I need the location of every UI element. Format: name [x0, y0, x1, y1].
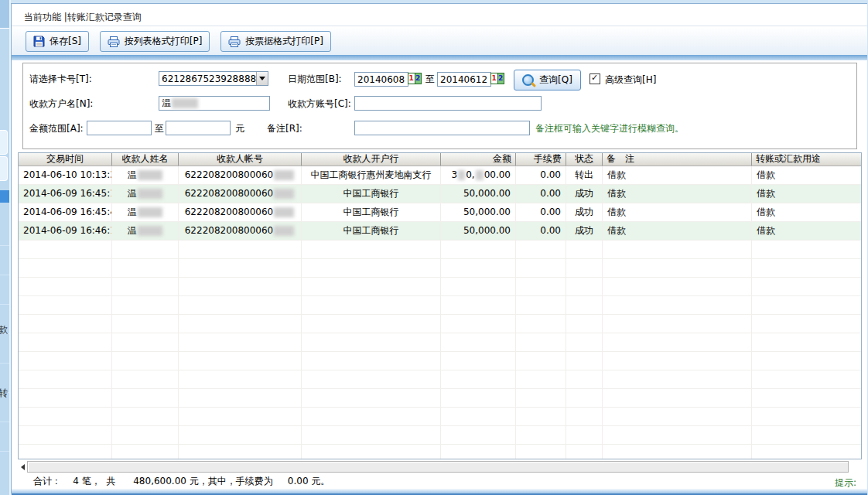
column-header-bank[interactable]: 收款人开户行 [302, 153, 441, 166]
yuan-label: 元 [235, 122, 244, 135]
table-row[interactable] [19, 408, 861, 426]
cell-time [19, 296, 112, 314]
cell-time [19, 315, 112, 333]
table-row[interactable] [19, 333, 861, 352]
cell-purpose [752, 259, 861, 277]
cell-name [112, 370, 179, 388]
cell-name [112, 296, 179, 314]
date-to-input[interactable] [437, 72, 491, 87]
cell-fee [516, 241, 566, 258]
sidebar-tab-edge[interactable] [0, 156, 8, 181]
column-header-status[interactable]: 状态 [566, 153, 603, 166]
calendar-icon[interactable]: 12 [490, 73, 504, 84]
advanced-query-checkbox[interactable] [589, 73, 600, 84]
cell-name [112, 408, 179, 425]
cell-bank [302, 352, 441, 370]
cell-name [112, 445, 179, 459]
date-from-input[interactable] [354, 72, 408, 87]
cell-name [112, 315, 179, 333]
cell-bank: 中国工商银行惠州麦地南支行 [302, 166, 441, 184]
table-row[interactable] [19, 296, 861, 315]
amount-from-input[interactable] [87, 121, 152, 135]
table-row[interactable] [19, 389, 861, 408]
table-row[interactable] [19, 352, 861, 370]
cell-account [179, 278, 302, 295]
cell-remark: 借款 [603, 166, 752, 184]
remark-input[interactable] [354, 121, 530, 135]
payee-account-label: 收款方账号[C]: [288, 97, 351, 111]
card-number-label: 请选择卡号[T]: [29, 73, 92, 86]
cell-name: 温 [112, 203, 179, 221]
cell-fee: 0.00 [516, 185, 566, 203]
cell-name [112, 333, 179, 351]
table-row[interactable] [19, 426, 861, 445]
column-header-time[interactable]: 交易时间 [19, 153, 112, 166]
table-row[interactable] [19, 259, 861, 278]
print-list-button[interactable]: 按列表格式打印[P] [100, 31, 210, 52]
cell-status: 成功 [566, 203, 603, 221]
cell-account [179, 445, 302, 459]
cell-purpose: 借款 [752, 203, 861, 221]
redaction-patch [274, 207, 294, 217]
table-row[interactable] [19, 241, 861, 259]
card-number-value: 6212867523928888 [159, 73, 256, 84]
cell-time [19, 408, 112, 425]
query-button-label: 查询[Q] [539, 73, 572, 87]
sidebar-selected-item[interactable] [0, 190, 9, 203]
table-row[interactable]: 2014-06-09 16:45:10温622208200800060中国工商银… [19, 185, 861, 203]
table-row[interactable] [19, 370, 861, 389]
table-row[interactable] [19, 445, 861, 459]
cell-account [179, 296, 302, 314]
table-row[interactable] [19, 315, 861, 333]
column-header-remark[interactable]: 备 注 [603, 153, 752, 166]
cell-fee [516, 278, 566, 295]
table-row[interactable]: 2014-06-10 10:13:34温622208200800060中国工商银… [19, 166, 861, 185]
cell-bank: 中国工商银行 [302, 203, 441, 221]
scrollbar-thumb[interactable] [27, 461, 849, 473]
column-header-fee[interactable]: 手续费 [516, 153, 566, 166]
cell-purpose: 借款 [752, 166, 861, 184]
cell-purpose [752, 445, 861, 459]
query-button[interactable]: 查询[Q] [514, 70, 581, 90]
cell-amount [441, 389, 516, 407]
sidebar-item-fragment[interactable]: 转 [0, 387, 9, 400]
table-row[interactable]: 2014-06-09 16:46:13温622208200800060中国工商银… [19, 222, 861, 241]
cell-purpose [752, 352, 861, 370]
cell-amount: 50,000.00 [441, 203, 516, 221]
search-icon [522, 74, 534, 86]
cell-amount [441, 278, 516, 295]
scroll-left-arrow-icon[interactable] [18, 464, 25, 470]
cell-purpose [752, 241, 861, 258]
cell-name: 温 [112, 222, 179, 240]
column-header-name[interactable]: 收款人姓名 [112, 153, 179, 166]
table-row[interactable] [19, 278, 861, 296]
cell-fee: 0.00 [516, 203, 566, 221]
cell-bank [302, 278, 441, 295]
summary-status: 合计： 4 笔， 共 480,600.00 元，其中，手续费为 0.00 元。 [12, 473, 867, 489]
save-button[interactable]: 保存[S] [26, 31, 89, 52]
main-panel: 当前功能 |转账汇款记录查询 保存[S] 按列表格式打印[P] [11, 3, 867, 493]
sidebar-item-fragment[interactable]: 款 [0, 323, 9, 336]
cell-time: 2014-06-09 16:46:13 [19, 222, 112, 240]
cell-status [566, 259, 603, 277]
table-row[interactable]: 2014-06-09 16:45:45温622208200800060中国工商银… [19, 203, 861, 222]
redaction-patch [172, 98, 198, 108]
cell-purpose: 借款 [752, 222, 861, 240]
sidebar-tab-edge[interactable] [0, 130, 8, 155]
amount-to-input[interactable] [166, 121, 231, 135]
column-header-amount[interactable]: 金额 [441, 153, 516, 166]
payee-name-input[interactable]: 温 [159, 96, 270, 111]
column-header-account[interactable]: 收款人帐号 [179, 153, 302, 166]
advanced-query-label: 高级查询[H] [605, 73, 656, 87]
cell-remark: 借款 [603, 203, 752, 221]
cell-amount [441, 426, 516, 444]
print-receipt-button[interactable]: 按票据格式打印[P] [220, 31, 331, 52]
horizontal-scrollbar[interactable] [18, 461, 849, 473]
chevron-down-icon[interactable] [256, 72, 268, 85]
cell-status [566, 426, 603, 444]
card-number-select[interactable]: 6212867523928888 [159, 71, 268, 86]
cell-fee: 0.00 [516, 166, 566, 184]
payee-account-input[interactable] [354, 96, 542, 111]
column-header-purpose[interactable]: 转账或汇款用途 [752, 153, 861, 166]
calendar-icon[interactable]: 12 [408, 73, 422, 84]
